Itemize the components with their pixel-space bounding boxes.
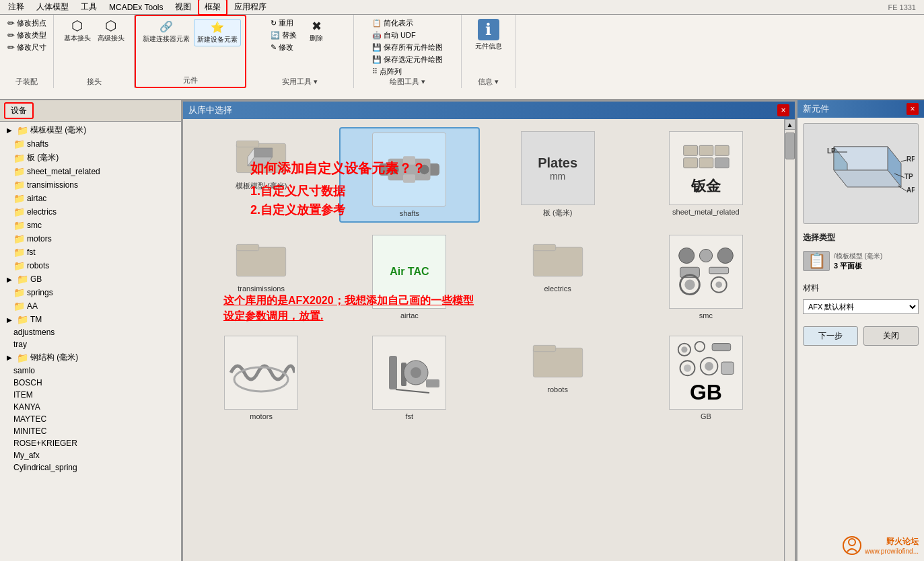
- tree-item-motors[interactable]: 📁 motors: [0, 232, 181, 246]
- tree-expand-template[interactable]: ▶: [7, 126, 15, 134]
- tree-item-aa[interactable]: 📁 AA: [0, 299, 181, 313]
- scroll-thumb[interactable]: [785, 133, 795, 159]
- menu-item-mcadex[interactable]: MCADEx Tools: [104, 1, 168, 13]
- ribbon-btn-save-sel-draw[interactable]: 💾保存选定元件绘图: [370, 54, 445, 65]
- svg-point-34: [411, 367, 421, 378]
- dialog-title: 从库中选择: [188, 104, 232, 116]
- grid-label-template: 模板模型 (毫米): [236, 181, 287, 191]
- ribbon-group-label-joint: 接头: [54, 75, 134, 87]
- tree-label-motors: motors: [27, 234, 52, 244]
- ribbon-btn-simplify[interactable]: 📋简化表示: [370, 17, 445, 29]
- tree-item-minitec[interactable]: MINITEC: [0, 425, 181, 437]
- tree-item-kanya[interactable]: KANYA: [0, 401, 181, 413]
- tree-label-ban: 板 (毫米): [27, 152, 59, 163]
- tree-item-airtac[interactable]: 📁 airtac: [0, 192, 181, 205]
- menu-item-tools[interactable]: 工具: [75, 0, 102, 14]
- tree-item-steel[interactable]: ▶ 📁 钢结构 (毫米): [0, 350, 181, 365]
- main-area: 设备 ▶ 📁 模板模型 (毫米) 📁 shafts 📁 板 (毫米) 📁 she…: [0, 100, 924, 561]
- tree-item-template[interactable]: ▶ 📁 模板模型 (毫米): [0, 123, 181, 137]
- ribbon-btn-modify-type[interactable]: ✏修改类型: [5, 30, 48, 41]
- tree-item-gb[interactable]: ▶ 📁 GB: [0, 272, 181, 286]
- menu-item-annotation[interactable]: 注释: [3, 0, 30, 14]
- tree-item-bosch[interactable]: BOSCH: [0, 377, 181, 389]
- grid-item-ban[interactable]: Plates mm 板 (毫米): [488, 127, 628, 223]
- tree-item-ban[interactable]: 📁 板 (毫米): [0, 151, 181, 165]
- folder-icon-shafts: 📁: [13, 139, 25, 149]
- tree-item-fst[interactable]: 📁 fst: [0, 246, 181, 259]
- grid-item-fst[interactable]: fst: [339, 332, 479, 424]
- grid-item-sheet[interactable]: 钣金 sheet_metal_related: [636, 127, 776, 223]
- ribbon-btn-delete[interactable]: ✖ 删除: [301, 17, 331, 53]
- right-panel-close-button[interactable]: ×: [907, 103, 919, 115]
- grid-item-robots[interactable]: robots: [488, 332, 628, 424]
- grid-item-airtac[interactable]: Air TAC airtac: [339, 231, 479, 324]
- bankin-display: 钣金: [669, 131, 743, 205]
- tree-item-spring[interactable]: Cylindrical_spring: [0, 461, 181, 474]
- tree-item-rose[interactable]: ROSE+KRIEGER: [0, 437, 181, 449]
- folder-icon-robots: 📁: [13, 260, 25, 271]
- scroll-up-button[interactable]: ▲: [785, 119, 795, 130]
- tree-item-myafx[interactable]: My_afx: [0, 449, 181, 461]
- close-button[interactable]: 关闭: [863, 326, 919, 346]
- tree-item-trans[interactable]: 📁 transimissions: [0, 178, 181, 192]
- tree-item-tray[interactable]: tray: [0, 338, 181, 350]
- menu-item-app[interactable]: 应用程序: [229, 0, 272, 14]
- tree-item-item[interactable]: ITEM: [0, 389, 181, 401]
- ribbon-btn-modify-pivot[interactable]: ✏修改拐点: [5, 17, 48, 29]
- ribbon-btn-modify[interactable]: ✎修改: [269, 42, 299, 53]
- dialog-scrollbar[interactable]: ▲ ▼: [784, 119, 795, 561]
- scroll-track[interactable]: [785, 130, 795, 561]
- grid-item-template[interactable]: 模板模型 (毫米): [191, 127, 331, 223]
- tree-expand-steel[interactable]: ▶: [7, 354, 15, 361]
- grid-item-motors[interactable]: motors: [191, 332, 331, 424]
- sidebar-header: 设备: [0, 100, 181, 122]
- svg-rect-9: [403, 156, 415, 165]
- ribbon-btn-modify-size[interactable]: ✏修改尺寸: [5, 42, 48, 53]
- grid-item-gb[interactable]: GB GB: [636, 332, 776, 424]
- next-button[interactable]: 下一步: [803, 326, 858, 346]
- grid-item-shafts[interactable]: shafts: [339, 127, 479, 223]
- menu-item-view[interactable]: 视图: [170, 0, 197, 14]
- grid-label-ban: 板 (毫米): [543, 208, 572, 218]
- svg-rect-14: [684, 158, 698, 168]
- grid-item-elec[interactable]: electrics: [488, 231, 628, 324]
- tree-item-elec[interactable]: 📁 electrics: [0, 205, 181, 219]
- motors-display: [224, 336, 298, 410]
- tree-item-smc[interactable]: 📁 smc: [0, 219, 181, 232]
- ribbon-btn-save-all-draw[interactable]: 💾保存所有元件绘图: [370, 42, 445, 53]
- folder-icon-fst: 📁: [13, 247, 25, 258]
- folder-icon-aa: 📁: [13, 301, 25, 311]
- grid-label-smc: smc: [699, 311, 713, 320]
- material-select[interactable]: AFX 默认材料: [803, 299, 919, 314]
- tree-item-samlo[interactable]: samlo: [0, 365, 181, 377]
- tree-expand-gb[interactable]: ▶: [7, 276, 15, 283]
- menu-item-human[interactable]: 人体模型: [31, 0, 74, 14]
- ribbon-btn-auto-udf[interactable]: 🤖自动 UDF: [370, 30, 445, 41]
- ribbon-btn-new-device[interactable]: ⭐ 新建设备元素: [194, 19, 241, 46]
- motors-svg: [227, 346, 295, 400]
- menu-item-frame[interactable]: 框架: [198, 0, 227, 15]
- folder-icon-trans: 📁: [13, 180, 25, 190]
- ribbon-btn-replace[interactable]: 🔄替换: [269, 30, 299, 41]
- ribbon-btn-new-connector[interactable]: 🔗 新建连接器元素: [140, 19, 192, 46]
- sidebar-tab-active[interactable]: 设备: [4, 102, 34, 119]
- tree-label-bosch: BOSCH: [13, 378, 42, 387]
- tree-item-shafts[interactable]: 📁 shafts: [0, 137, 181, 151]
- tree-item-sheet[interactable]: 📁 sheet_metal_related: [0, 165, 181, 178]
- svg-point-22: [699, 249, 712, 262]
- tree-item-tm[interactable]: ▶ 📁 TM: [0, 313, 181, 326]
- ribbon-btn-basic-joint[interactable]: ⬡ 基本接头: [61, 17, 94, 44]
- ribbon-group-label-utility: 实用工具 ▾: [246, 75, 353, 87]
- ribbon-btn-info[interactable]: ℹ 元件信息: [472, 17, 505, 52]
- tree-item-maytec[interactable]: MAYTEC: [0, 413, 181, 425]
- grid-item-smc[interactable]: smc: [636, 231, 776, 324]
- grid-item-trans[interactable]: transimissions: [191, 231, 331, 324]
- ribbon-btn-advanced-joint[interactable]: ⬡ 高级接头: [95, 17, 127, 44]
- tree-item-robots[interactable]: 📁 robots: [0, 259, 181, 272]
- tree-item-adj[interactable]: adjustmens: [0, 326, 181, 338]
- dialog-close-button[interactable]: ×: [777, 104, 789, 116]
- tree-expand-tm[interactable]: ▶: [7, 316, 15, 324]
- ribbon-btn-reuse[interactable]: ↻重用: [269, 17, 299, 29]
- tree-item-springs[interactable]: 📁 springs: [0, 286, 181, 299]
- gb-parts-svg: [672, 340, 740, 377]
